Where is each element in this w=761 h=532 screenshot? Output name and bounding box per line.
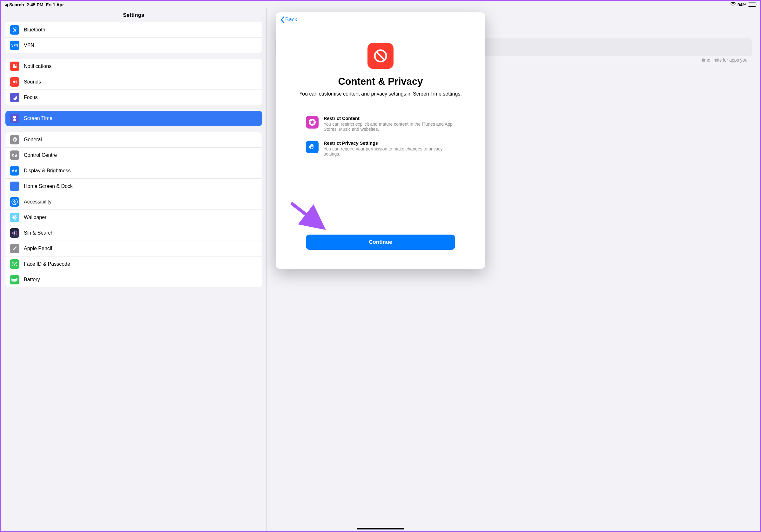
home-indicator[interactable] [357,528,404,529]
hand-icon [306,140,319,153]
modal-subtitle: You can customise content and privacy se… [299,91,462,97]
feature-title: Restrict Privacy Settings [323,140,455,146]
modal-title: Content & Privacy [338,76,423,87]
back-label: Back [285,17,297,23]
back-button[interactable]: Back [280,16,481,23]
modal-backdrop: Back Content & Privacy You can customise… [1,1,760,531]
star-icon [306,116,319,129]
feature-restrict-content: Restrict Content You can restrict explic… [306,116,455,132]
no-entry-icon [368,43,393,69]
content-privacy-modal: Back Content & Privacy You can customise… [276,12,485,269]
feature-desc: You can require your permission to make … [323,146,455,156]
svg-line-21 [377,52,384,60]
feature-restrict-privacy: Restrict Privacy Settings You can requir… [306,140,455,156]
continue-button[interactable]: Continue [306,235,455,250]
feature-title: Restrict Content [323,116,455,121]
feature-desc: You can restrict explicit and mature con… [323,122,455,132]
chevron-left-icon [280,16,285,23]
